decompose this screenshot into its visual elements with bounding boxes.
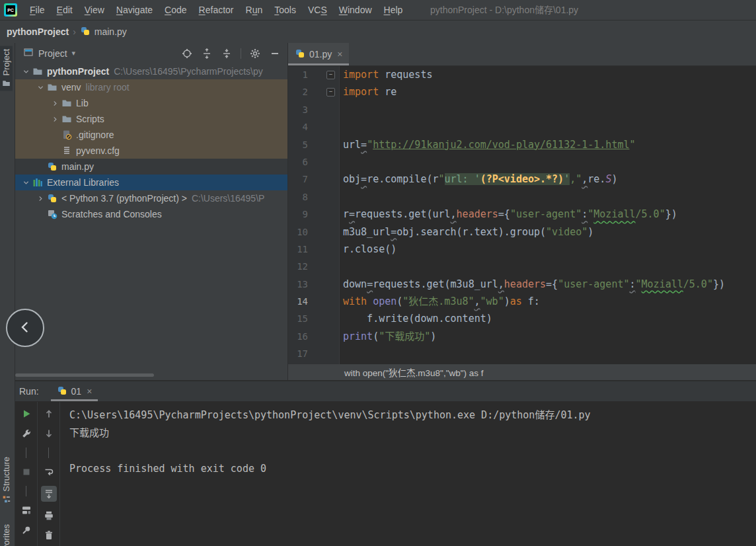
code-line: 7obj=re.compile(r"url: '(?P<video>.*?)',…: [288, 171, 756, 188]
tree-item-lib[interactable]: Lib: [15, 95, 287, 111]
run-panel: Run: 01 × C:\Users\16495\PycharmProjects…: [15, 381, 756, 546]
trash-icon[interactable]: [43, 529, 55, 541]
tree-item-scripts[interactable]: Scripts: [15, 111, 287, 127]
breadcrumb-project[interactable]: pythonProject: [7, 26, 69, 37]
wrench-icon[interactable]: [20, 428, 32, 440]
tree-item-path: C:\Users\16495\PycharmProjects\py: [114, 66, 263, 77]
menu-help[interactable]: Help: [378, 0, 409, 20]
gutter: 8: [288, 188, 340, 206]
layout-icon[interactable]: [20, 504, 32, 516]
gutter: 16: [288, 328, 340, 345]
editor-context-bar: with open("狄仁杰.m3u8","wb") as f: [288, 364, 756, 380]
scroll-end-icon[interactable]: [41, 486, 57, 502]
console-line: Process finished with exit code 0: [69, 460, 756, 478]
menu-view[interactable]: View: [79, 0, 110, 20]
project-panel-title[interactable]: Project: [38, 48, 67, 59]
run-panel-body: C:\Users\16495\PycharmProjects\pythonPro…: [15, 402, 756, 546]
gutter: 15: [288, 310, 340, 327]
tree-item-path: library root: [86, 82, 130, 93]
tree-item-main-py[interactable]: main.py: [15, 159, 287, 175]
python-file-icon: [295, 48, 305, 61]
expand-all-icon[interactable]: [201, 48, 213, 59]
line-number: 15: [297, 310, 340, 327]
gutter: 12: [288, 258, 340, 275]
code-line: 6: [288, 153, 756, 171]
pycharm-logo-icon: PC: [4, 3, 17, 17]
chevron-right-icon[interactable]: [50, 100, 61, 107]
code-area[interactable]: 1−import requests2−import re345url="http…: [288, 66, 756, 364]
pin-icon[interactable]: [20, 524, 32, 536]
chevron-down-icon[interactable]: ▾: [72, 49, 76, 58]
tree-item-label: Scratches and Consoles: [61, 209, 162, 219]
run-tab-01[interactable]: 01 ×: [51, 381, 98, 401]
close-icon[interactable]: ×: [337, 49, 342, 59]
menu-run[interactable]: Run: [240, 0, 269, 20]
code-line: 8: [288, 188, 756, 206]
line-number: 3: [303, 101, 340, 118]
console-line: 下载成功: [69, 424, 756, 442]
tree-item-label: main.py: [61, 161, 94, 172]
stripe-project-button[interactable]: Project: [0, 46, 13, 91]
hide-icon[interactable]: [269, 48, 281, 59]
code-text: with open("狄仁杰.m3u8","wb")as f:: [340, 293, 540, 310]
tree-item-label: External Libraries: [47, 177, 119, 188]
chevron-down-icon[interactable]: [35, 84, 46, 91]
tree-item-label: Lib: [76, 98, 89, 108]
menu-vcs[interactable]: VCS: [302, 0, 333, 20]
print-icon[interactable]: [43, 510, 55, 522]
scratches-icon: [46, 209, 58, 219]
line-number: 14: [297, 293, 340, 310]
stripe-favorites-button[interactable]: Favorites: [0, 521, 13, 546]
chevron-right-icon[interactable]: [35, 195, 46, 202]
menu-edit[interactable]: Edit: [51, 0, 79, 20]
back-button[interactable]: [6, 309, 44, 347]
locate-icon[interactable]: [181, 48, 193, 59]
code-text: f.write(down.content): [340, 310, 492, 327]
console-output[interactable]: C:\Users\16495\PycharmProjects\pythonPro…: [60, 402, 756, 546]
project-panel-header: Project ▾: [15, 43, 287, 63]
menu-bar: PC FileEditViewNavigateCodeRefactorRunTo…: [0, 0, 756, 20]
soft-wrap-icon[interactable]: [43, 466, 55, 478]
pycharm-window: PC FileEditViewNavigateCodeRefactorRunTo…: [0, 0, 756, 546]
breadcrumb-file[interactable]: main.py: [94, 26, 127, 37]
menu-navigate[interactable]: Navigate: [110, 0, 159, 20]
up-icon[interactable]: [43, 408, 55, 420]
stripe-structure-button[interactable]: Structure: [0, 453, 13, 507]
tree-item-external-libraries[interactable]: External Libraries: [15, 175, 287, 190]
fold-marker-icon[interactable]: −: [326, 88, 335, 97]
menu-file[interactable]: File: [24, 0, 51, 20]
menu-tools[interactable]: Tools: [268, 0, 302, 20]
tab-label: 01.py: [309, 49, 332, 59]
close-icon[interactable]: ×: [87, 386, 92, 397]
gutter: 17: [288, 345, 340, 362]
tree-item-venv[interactable]: venvlibrary root: [15, 79, 287, 95]
chevron-down-icon[interactable]: [20, 179, 32, 186]
tree-item-gitignore[interactable]: .gitignore: [15, 127, 287, 143]
console-line: C:\Users\16495\PycharmProjects\pythonPro…: [69, 407, 756, 424]
settings-icon[interactable]: [249, 48, 261, 59]
gutter: 5: [288, 136, 340, 153]
tree-item-pythonproject[interactable]: pythonProjectC:\Users\16495\PycharmProje…: [15, 63, 287, 79]
tree-item-scratches-and-consoles[interactable]: Scratches and Consoles: [15, 206, 287, 222]
down-icon[interactable]: [43, 428, 55, 440]
tree-item-python-3-7-pythonproject[interactable]: < Python 3.7 (pythonProject) >C:\Users\1…: [15, 190, 287, 206]
chevron-right-icon[interactable]: [50, 116, 61, 123]
collapse-all-icon[interactable]: [221, 48, 233, 59]
project-panel: Project ▾ pythonProjectC:\Users\16495\Py…: [15, 43, 288, 380]
menu-refactor[interactable]: Refactor: [193, 0, 240, 20]
horizontal-scrollbar[interactable]: [15, 373, 154, 377]
code-line: 16print("下载成功"): [288, 328, 756, 345]
chevron-down-icon[interactable]: [20, 68, 32, 75]
menu-code[interactable]: Code: [159, 0, 192, 20]
fold-marker-icon[interactable]: −: [326, 71, 335, 79]
tree-item-label: venv: [61, 82, 81, 93]
stop-icon[interactable]: [20, 466, 32, 478]
tree-item-pyvenv-cfg[interactable]: pyvenv.cfg: [15, 143, 287, 159]
editor: 01.py × 1−import requests2−import re345u…: [288, 43, 756, 380]
line-number: 6: [303, 153, 340, 171]
gutter: 7: [288, 171, 340, 188]
tab-01py[interactable]: 01.py ×: [288, 43, 349, 65]
menu-window[interactable]: Window: [333, 0, 378, 20]
code-line: 1−import requests: [288, 66, 756, 83]
run-icon[interactable]: [20, 408, 32, 420]
